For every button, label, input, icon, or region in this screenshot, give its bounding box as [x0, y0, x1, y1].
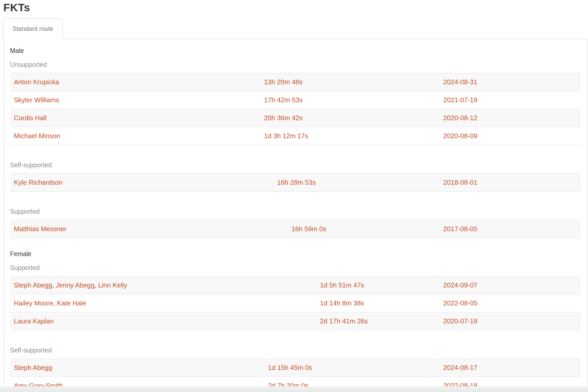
- fkt-table: Steph Abegg, Jenny Abegg, Linn Kelly1d 5…: [10, 276, 581, 330]
- time-link[interactable]: 1d 14h 8m 38s: [320, 299, 364, 307]
- tab-bar: Standard route: [3, 18, 588, 39]
- fkt-page: FKTs Standard route MaleUnsupportedAnton…: [0, 0, 588, 392]
- tab-panel: MaleUnsupportedAnton Krupicka13h 20m 48s…: [3, 39, 587, 392]
- date-cell: 2020-08-12: [443, 109, 581, 127]
- category-heading: Self-supported: [10, 161, 581, 169]
- date-cell: 2017-08-05: [443, 220, 581, 238]
- page-bottom-strip: [0, 386, 588, 392]
- date-link[interactable]: 2024-08-17: [443, 364, 477, 371]
- category-heading: Self-supported: [10, 346, 581, 354]
- date-cell: 2020-08-09: [443, 127, 581, 145]
- athlete-cell: Michael Minson: [10, 127, 264, 145]
- category-heading: Unsupported: [10, 61, 581, 68]
- date-cell: 2024-09-07: [443, 276, 581, 294]
- time-link[interactable]: 13h 20m 48s: [264, 78, 302, 86]
- fkt-row: Steph Abegg, Jenny Abegg, Linn Kelly1d 5…: [10, 276, 581, 294]
- athlete-cell: Laura Kaplan: [10, 312, 320, 330]
- date-link[interactable]: 2020-08-09: [443, 132, 477, 140]
- athlete-link[interactable]: Anton Krupicka: [14, 78, 59, 86]
- athlete-link[interactable]: Kyle Richardson: [14, 179, 62, 186]
- date-cell: 2024-08-31: [443, 73, 581, 91]
- time-link[interactable]: 16h 59m 0s: [291, 225, 326, 233]
- athlete-link[interactable]: Hailey Moore: [14, 299, 53, 307]
- fkt-row: Matthias Messner16h 59m 0s2017-08-05: [10, 220, 581, 238]
- athlete-link[interactable]: Jenny Abegg: [56, 281, 94, 289]
- athlete-link[interactable]: Cordis Hall: [14, 114, 46, 122]
- athlete-cell: Skyler Williams: [10, 91, 264, 109]
- date-cell: 2022-08-05: [443, 294, 581, 312]
- fkt-row: Anton Krupicka13h 20m 48s2024-08-31: [10, 73, 581, 91]
- fkt-row: Laura Kaplan2d 17h 41m 26s2020-07-19: [10, 312, 581, 330]
- time-link[interactable]: 2d 17h 41m 26s: [320, 317, 368, 325]
- date-link[interactable]: 2024-09-07: [443, 281, 477, 289]
- category-heading: Supported: [10, 208, 581, 215]
- athlete-cell: Hailey Moore, Kate Hale: [10, 294, 320, 312]
- time-cell: 1d 15h 45m 0s: [268, 359, 443, 377]
- category-heading: Supported: [10, 264, 581, 272]
- fkt-row: Michael Minson1d 3h 12m 17s2020-08-09: [10, 127, 581, 145]
- page-title: FKTs: [3, 2, 588, 14]
- fkt-table: Anton Krupicka13h 20m 48s2024-08-31Skyle…: [10, 73, 581, 145]
- time-link[interactable]: 1d 5h 51m 47s: [320, 281, 364, 289]
- fkt-row: Hailey Moore, Kate Hale1d 14h 8m 38s2022…: [10, 294, 581, 312]
- time-link[interactable]: 17h 42m 53s: [264, 96, 302, 104]
- athlete-link[interactable]: Kate Hale: [57, 299, 86, 307]
- athlete-link[interactable]: Steph Abegg: [14, 364, 52, 371]
- time-link[interactable]: 16h 28m 53s: [277, 179, 316, 186]
- athlete-link[interactable]: Laura Kaplan: [14, 317, 54, 325]
- athlete-link[interactable]: Steph Abegg: [14, 281, 52, 289]
- date-cell: 2020-07-19: [443, 312, 581, 330]
- time-cell: 20h 36m 42s: [264, 109, 443, 127]
- date-cell: 2021-07-19: [443, 91, 581, 109]
- date-cell: 2024-08-17: [443, 359, 581, 377]
- time-cell: 1d 14h 8m 38s: [320, 294, 443, 312]
- fkt-row: Kyle Richardson16h 28m 53s2018-08-01: [10, 174, 581, 192]
- athlete-link[interactable]: Michael Minson: [14, 132, 60, 140]
- fkt-row: Steph Abegg1d 15h 45m 0s2024-08-17: [10, 359, 581, 377]
- date-link[interactable]: 2021-07-19: [443, 96, 477, 104]
- time-cell: 1d 5h 51m 47s: [320, 276, 443, 294]
- athlete-link[interactable]: Matthias Messner: [14, 225, 67, 233]
- date-link[interactable]: 2022-08-05: [443, 299, 477, 307]
- gender-heading: Male: [10, 47, 581, 54]
- date-link[interactable]: 2020-08-12: [443, 114, 477, 122]
- date-link[interactable]: 2020-07-19: [443, 317, 477, 325]
- time-cell: 16h 28m 53s: [277, 174, 443, 192]
- athlete-cell: Steph Abegg, Jenny Abegg, Linn Kelly: [10, 276, 320, 294]
- time-link[interactable]: 20h 36m 42s: [264, 114, 302, 122]
- time-cell: 16h 59m 0s: [291, 220, 443, 238]
- date-cell: 2018-08-01: [443, 174, 581, 192]
- gender-heading: Female: [10, 250, 581, 258]
- time-link[interactable]: 1d 3h 12m 17s: [264, 132, 308, 140]
- time-cell: 2d 17h 41m 26s: [320, 312, 443, 330]
- date-link[interactable]: 2018-08-01: [443, 179, 477, 186]
- athlete-link[interactable]: Skyler Williams: [14, 96, 59, 104]
- athlete-cell: Matthias Messner: [10, 220, 291, 238]
- tab-standard-route[interactable]: Standard route: [3, 18, 63, 39]
- time-cell: 13h 20m 48s: [264, 73, 443, 91]
- athlete-cell: Kyle Richardson: [10, 174, 277, 192]
- time-cell: 17h 42m 53s: [264, 91, 443, 109]
- fkt-table: Matthias Messner16h 59m 0s2017-08-05: [10, 220, 581, 238]
- fkt-table: Kyle Richardson16h 28m 53s2018-08-01: [10, 173, 581, 192]
- fkt-row: Cordis Hall20h 36m 42s2020-08-12: [10, 109, 581, 127]
- date-link[interactable]: 2017-08-05: [443, 225, 477, 233]
- time-link[interactable]: 1d 15h 45m 0s: [268, 364, 312, 371]
- tab-label: Standard route: [13, 25, 53, 32]
- athlete-cell: Anton Krupicka: [10, 73, 264, 91]
- time-cell: 1d 3h 12m 17s: [264, 127, 443, 145]
- fkt-row: Skyler Williams17h 42m 53s2021-07-19: [10, 91, 581, 109]
- date-link[interactable]: 2024-08-31: [443, 78, 477, 86]
- athlete-cell: Cordis Hall: [10, 109, 264, 127]
- athlete-cell: Steph Abegg: [10, 359, 268, 377]
- athlete-link[interactable]: Linn Kelly: [98, 281, 127, 289]
